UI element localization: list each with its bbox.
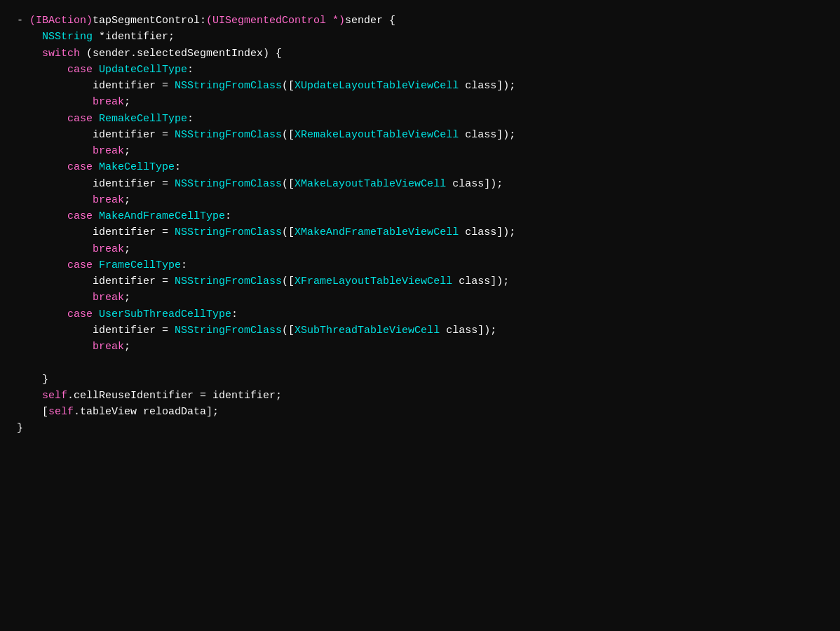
code-token [93,259,99,271]
code-token: FrameCellType [99,259,181,271]
code-token: ; [124,96,130,108]
code-token [17,390,42,402]
code-token: : [187,64,194,76]
code-token [17,292,93,304]
code-line: [self.tableView reloadData]; [17,404,823,420]
code-line: break; [17,290,823,306]
code-token [17,161,67,173]
code-line: NSString *identifier; [17,29,823,45]
code-token: [ [17,406,48,418]
code-token [17,64,67,76]
code-token: UserSubThreadCellType [99,308,231,320]
code-token: XUpdateLayoutTableViewCell [294,80,459,92]
code-token: case [67,64,93,76]
code-line: identifier = NSStringFromClass([XUpdateL… [17,78,823,94]
code-token: - [17,15,29,27]
code-token [17,96,93,108]
code-line: break; [17,241,823,257]
code-token: identifier = [17,226,175,238]
code-token: UpdateCellType [99,64,187,76]
code-token [17,210,67,222]
code-token: ; [124,341,130,353]
code-token: sender { [345,15,395,27]
code-token: self [42,390,67,402]
code-token: (sender.selectedSegmentIndex) { [80,48,282,60]
code-token: break [93,243,124,255]
code-container: - (IBAction)tapSegmentControl:(UISegment… [17,13,823,437]
code-token: ([ [282,80,294,92]
code-token: MakeAndFrameCellType [99,210,225,222]
code-token: : [231,308,238,320]
code-token: NSStringFromClass [175,80,282,92]
code-token: .tableView reloadData]; [74,406,219,418]
code-line: case UpdateCellType: [17,62,823,78]
code-token: break [93,341,124,353]
code-token: self [48,406,74,418]
code-token [17,259,67,271]
code-token [93,113,99,125]
code-token: XSubThreadTableViewCell [294,325,440,337]
code-token: ([ [282,226,294,238]
code-token [93,308,99,320]
code-token: NSStringFromClass [175,276,282,287]
code-token: identifier = [17,178,175,190]
code-line: self.cellReuseIdentifier = identifier; [17,388,823,404]
code-token [17,31,42,43]
code-token: class]); [440,325,496,337]
code-line: case RemakeCellType: [17,111,823,127]
code-token [17,243,93,255]
code-line [17,355,823,371]
code-token: case [67,308,93,320]
code-line: case MakeCellType: [17,159,823,175]
code-line: switch (sender.selectedSegmentIndex) { [17,46,823,62]
code-token: .cellReuseIdentifier = identifier; [67,390,282,402]
code-token: XRemakeLayoutTableViewCell [294,129,459,141]
code-token [17,308,67,320]
code-line: identifier = NSStringFromClass([XSubThre… [17,323,823,339]
code-token: case [67,161,93,173]
code-token: break [93,145,124,157]
code-line: break; [17,143,823,159]
code-token: case [67,210,93,222]
code-token: break [93,96,124,108]
code-token: class]); [459,80,515,92]
code-token: class]); [459,129,515,141]
code-token: ; [124,194,130,206]
code-token: identifier = [17,276,175,287]
code-line: case FrameCellType: [17,257,823,273]
code-token: case [67,113,93,125]
code-token: break [93,292,124,304]
code-token: identifier = [17,325,175,337]
code-token: NSStringFromClass [175,226,282,238]
code-token: } [17,374,48,386]
code-line: case UserSubThreadCellType: [17,306,823,323]
code-token: } [17,422,23,434]
code-token: ([ [282,276,294,287]
code-token: XMakeAndFrameTableViewCell [294,226,459,238]
code-token: NSString [42,31,93,43]
code-token: NSStringFromClass [175,178,282,190]
code-token: (UISegmentedControl *) [206,15,345,27]
code-token: : [181,259,187,271]
code-token: ([ [282,178,294,190]
code-token [93,161,99,173]
code-token [93,210,99,222]
code-token: tapSegmentControl: [93,15,206,27]
code-token: ; [124,145,130,157]
code-token: XFrameLayoutTableViewCell [294,276,452,287]
code-token: ([ [282,129,294,141]
code-token: (IBAction) [29,15,93,27]
code-token: : [187,113,194,125]
code-line: identifier = NSStringFromClass([XMakeLay… [17,176,823,192]
code-token: : [175,161,181,173]
code-token: ; [124,243,130,255]
code-token [17,341,93,353]
code-line: } [17,372,823,388]
code-line: } [17,420,823,436]
code-line: identifier = NSStringFromClass([XFrameLa… [17,273,823,290]
code-token: *identifier; [93,31,175,43]
code-token: RemakeCellType [99,113,187,125]
code-line: break; [17,339,823,355]
code-token [17,48,42,60]
code-token: class]); [452,276,509,287]
